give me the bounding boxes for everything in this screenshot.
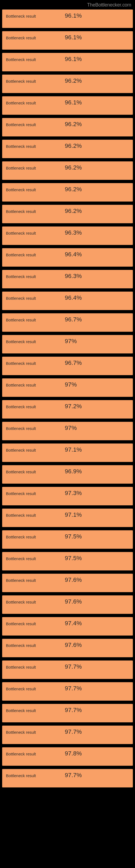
table-row: Bottleneck result97.4% [2,617,133,636]
table-row: Bottleneck result97.7% [2,660,133,679]
table-row: Bottleneck result96.4% [2,248,133,267]
result-label: Bottleneck result [6,187,60,192]
table-row: Bottleneck result96.2% [2,183,133,202]
result-value: 97.1% [63,511,129,518]
table-row: Bottleneck result96.2% [2,74,133,93]
result-label: Bottleneck result [6,469,60,474]
result-label: Bottleneck result [6,773,60,778]
table-row: Bottleneck result97.8% [2,747,133,766]
table-row: Bottleneck result96.9% [2,465,133,484]
result-label: Bottleneck result [6,296,60,301]
result-label: Bottleneck result [6,556,60,561]
table-row: Bottleneck result97.7% [2,682,133,701]
result-value: 97.7% [63,685,129,692]
table-row: Bottleneck result97.7% [2,725,133,744]
result-value: 97.1% [63,446,129,453]
table-row: Bottleneck result96.1% [2,31,133,50]
table-row: Bottleneck result96.2% [2,161,133,180]
result-value: 97.5% [63,533,129,540]
table-row: Bottleneck result96.1% [2,9,133,28]
result-label: Bottleneck result [6,339,60,344]
result-value: 96.3% [63,229,129,236]
result-value: 96.4% [63,251,129,258]
table-row: Bottleneck result96.1% [2,96,133,115]
result-value: 96.2% [63,208,129,215]
table-row: Bottleneck result97.3% [2,487,133,505]
result-label: Bottleneck result [6,621,60,626]
result-value: 96.7% [63,316,129,323]
result-value: 96.2% [63,121,129,128]
table-row: Bottleneck result97% [2,422,133,440]
result-value: 96.1% [63,56,129,63]
table-row: Bottleneck result97% [2,335,133,353]
table-row: Bottleneck result97% [2,378,133,397]
result-label: Bottleneck result [6,578,60,583]
result-label: Bottleneck result [6,730,60,735]
brand-text: TheBottlenecker.com [87,2,131,8]
result-label: Bottleneck result [6,122,60,127]
result-value: 96.3% [63,273,129,280]
result-value: 96.2% [63,143,129,150]
result-label: Bottleneck result [6,144,60,149]
table-row: Bottleneck result97.1% [2,508,133,527]
table-row: Bottleneck result97.5% [2,552,133,570]
result-value: 97.6% [63,598,129,605]
result-label: Bottleneck result [6,361,60,366]
table-row: Bottleneck result97.2% [2,400,133,418]
result-value: 97% [63,338,129,345]
result-value: 96.7% [63,360,129,367]
table-row: Bottleneck result96.2% [2,118,133,136]
result-label: Bottleneck result [6,513,60,518]
result-value: 97% [63,381,129,388]
result-value: 97.6% [63,577,129,584]
result-value: 97.7% [63,772,129,779]
table-row: Bottleneck result96.3% [2,226,133,245]
result-label: Bottleneck result [6,14,60,19]
result-label: Bottleneck result [6,209,60,214]
result-value: 97.8% [63,750,129,757]
table-row: Bottleneck result97.6% [2,639,133,657]
result-value: 97.5% [63,555,129,562]
result-label: Bottleneck result [6,708,60,713]
result-value: 97.2% [63,403,129,410]
table-row: Bottleneck result96.7% [2,357,133,375]
result-value: 96.2% [63,77,129,84]
table-row: Bottleneck result97.5% [2,530,133,549]
result-value: 96.2% [63,186,129,193]
results-list: Bottleneck result96.1%Bottleneck result9… [0,9,135,791]
result-label: Bottleneck result [6,448,60,453]
table-row: Bottleneck result97.7% [2,704,133,722]
result-label: Bottleneck result [6,535,60,539]
table-row: Bottleneck result97.7% [2,769,133,787]
result-label: Bottleneck result [6,35,60,40]
table-row: Bottleneck result96.7% [2,313,133,332]
result-label: Bottleneck result [6,166,60,170]
result-value: 97% [63,425,129,432]
result-value: 97.7% [63,663,129,670]
result-value: 96.1% [63,99,129,106]
result-label: Bottleneck result [6,665,60,670]
result-value: 97.6% [63,642,129,649]
result-value: 97.7% [63,707,129,714]
result-label: Bottleneck result [6,57,60,62]
result-label: Bottleneck result [6,600,60,604]
table-row: Bottleneck result96.2% [2,205,133,223]
result-value: 96.4% [63,294,129,301]
result-label: Bottleneck result [6,686,60,691]
result-label: Bottleneck result [6,404,60,409]
result-label: Bottleneck result [6,383,60,388]
table-row: Bottleneck result97.6% [2,595,133,614]
result-value: 97.7% [63,728,129,735]
result-label: Bottleneck result [6,274,60,279]
result-label: Bottleneck result [6,231,60,236]
result-label: Bottleneck result [6,79,60,84]
result-label: Bottleneck result [6,252,60,257]
brand-header: TheBottlenecker.com [0,0,135,9]
result-value: 96.2% [63,164,129,171]
result-label: Bottleneck result [6,491,60,496]
table-row: Bottleneck result96.2% [2,140,133,158]
table-row: Bottleneck result97.6% [2,574,133,592]
result-value: 96.9% [63,468,129,475]
result-value: 96.1% [63,34,129,41]
table-row: Bottleneck result96.1% [2,53,133,71]
